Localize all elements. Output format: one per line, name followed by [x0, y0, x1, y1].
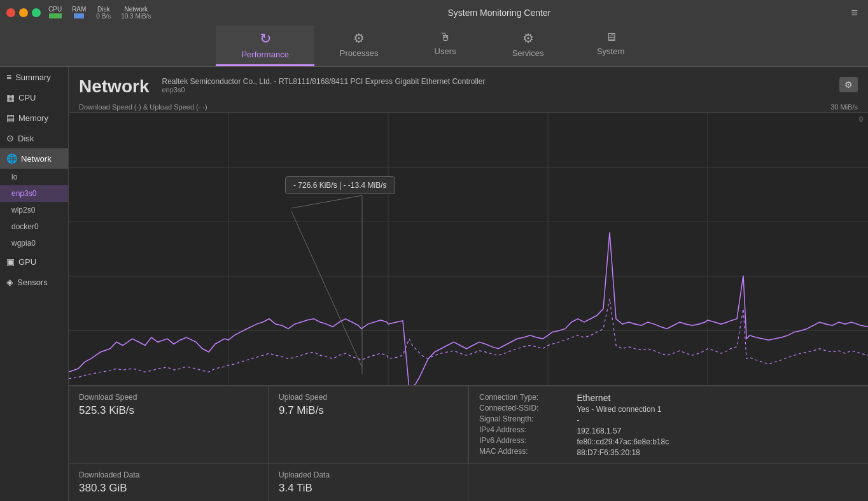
tab-empty-left — [0, 25, 216, 66]
processes-icon: ⚙ — [353, 31, 365, 46]
stats-top-row: Download Speed 525.3 KiB/s Upload Speed … — [69, 386, 868, 463]
main-area: ≡ Summary ▦ CPU ▤ Memory ⊙ Disk 🌐 Networ… — [0, 67, 868, 501]
stats-bottom-row: Downloaded Data 380.3 GiB Uploaded Data … — [69, 463, 868, 501]
network-device-name: Realtek Semiconductor Co., Ltd. - RTL811… — [162, 77, 485, 86]
ipv6-key: IPv6 Address: — [479, 436, 526, 445]
app-title: System Monitoring Center — [151, 8, 847, 18]
downloaded-data-value: 380.3 GiB — [79, 482, 258, 495]
network-device-info: Realtek Semiconductor Co., Ltd. - RTL811… — [162, 77, 485, 94]
sidebar-item-disk[interactable]: ⊙ Disk — [0, 128, 68, 148]
sidebar-sensors-label: Sensors — [17, 278, 48, 287]
sidebar-item-sensors[interactable]: ◈ Sensors — [0, 272, 68, 292]
connection-type-value: Ethernet — [577, 393, 669, 403]
ipv4-key: IPv4 Address: — [479, 425, 526, 434]
signal-strength-value: - — [577, 416, 669, 425]
network-header: Network Realtek Semiconductor Co., Ltd. … — [69, 67, 868, 102]
download-speed-value: 525.3 KiB/s — [79, 404, 258, 417]
tab-performance[interactable]: ↻ Performance — [216, 25, 314, 66]
network-metric: Network 10.3 MiB/s — [121, 6, 151, 20]
titlebar-metrics: CPU RAM Disk 0 B/s Network 10.3 MiB/s — [48, 6, 151, 20]
minimize-button[interactable] — [19, 8, 28, 17]
sidebar-sub-enp3s0-label: enp3s0 — [11, 189, 36, 198]
sidebar-sub-docker0[interactable]: docker0 — [0, 218, 68, 235]
sidebar-sub-wlp2s0[interactable]: wlp2s0 — [0, 202, 68, 218]
memory-icon: ▤ — [6, 113, 15, 123]
downloaded-data-cell: Downloaded Data 380.3 GiB — [69, 464, 269, 501]
sidebar-summary-label: Summary — [15, 73, 51, 82]
ram-metric: RAM — [72, 6, 86, 20]
sidebar-sub-wgpia0-label: wgpia0 — [11, 239, 36, 248]
mac-key: MAC Address: — [479, 447, 528, 456]
upload-speed-label: Upload Speed — [279, 393, 458, 402]
tab-bar: ↻ Performance ⚙ Processes 🖱 Users ⚙ Serv… — [0, 25, 868, 67]
performance-icon: ↻ — [260, 31, 271, 47]
stats-bottom-right — [468, 464, 868, 501]
sidebar: ≡ Summary ▦ CPU ▤ Memory ⊙ Disk 🌐 Networ… — [0, 67, 69, 501]
network-chart: - 726.6 KiB/s | - -13.4 MiB/s 0 — [69, 112, 868, 386]
disk-icon: ⊙ — [6, 133, 14, 143]
disk-metric-value: 0 B/s — [96, 13, 111, 20]
ipv4-value: 192.168.1.57 — [577, 427, 669, 435]
network-interface: enp3s0 — [162, 86, 485, 94]
sidebar-item-gpu[interactable]: ▣ GPU — [0, 251, 68, 272]
tab-users-label: Users — [435, 46, 456, 56]
sidebar-item-summary[interactable]: ≡ Summary — [0, 67, 68, 87]
ram-metric-label: RAM — [72, 6, 86, 13]
sidebar-cpu-label: CPU — [18, 93, 36, 102]
sidebar-network-label: Network — [21, 154, 52, 164]
sidebar-gpu-label: GPU — [18, 257, 36, 267]
tab-processes[interactable]: ⚙ Processes — [314, 25, 404, 66]
menu-button[interactable]: ≡ — [847, 5, 862, 21]
tab-services[interactable]: ⚙ Services — [487, 25, 570, 66]
system-icon: 🖥 — [605, 31, 617, 44]
uploaded-data-cell: Uploaded Data 3.4 TiB — [269, 464, 468, 501]
sidebar-disk-label: Disk — [18, 134, 34, 143]
sidebar-item-cpu[interactable]: ▦ CPU — [0, 87, 68, 108]
services-icon: ⚙ — [522, 31, 534, 46]
signal-strength-key: Signal Strength: — [479, 414, 533, 423]
settings-button[interactable]: ⚙ — [839, 77, 858, 92]
gpu-icon: ▣ — [6, 257, 15, 267]
maximize-button[interactable] — [32, 8, 41, 17]
sensors-icon: ◈ — [6, 277, 13, 287]
chart-header: Download Speed (-) & Upload Speed (- -) … — [69, 102, 868, 112]
tab-services-label: Services — [512, 48, 544, 58]
users-icon: 🖱 — [440, 31, 451, 44]
tab-system-label: System — [597, 46, 624, 56]
sidebar-item-memory[interactable]: ▤ Memory — [0, 108, 68, 128]
sidebar-sub-wlp2s0-label: wlp2s0 — [11, 206, 35, 215]
close-button[interactable] — [6, 8, 15, 17]
tab-performance-label: Performance — [241, 50, 288, 59]
chart-svg — [69, 113, 868, 385]
chart-label: Download Speed (-) & Upload Speed (- -) — [79, 103, 207, 111]
disk-metric-label: Disk — [97, 6, 109, 13]
sidebar-sub-docker0-label: docker0 — [11, 222, 39, 231]
tab-processes-label: Processes — [340, 48, 379, 58]
ram-bar-fill — [74, 13, 84, 18]
window-controls — [6, 8, 41, 17]
tab-system[interactable]: 🖥 System — [570, 25, 652, 66]
network-metric-label: Network — [124, 6, 148, 13]
upload-speed-value: 9.7 MiB/s — [279, 404, 458, 417]
download-speed-cell: Download Speed 525.3 KiB/s — [69, 386, 269, 463]
disk-metric: Disk 0 B/s — [96, 6, 111, 20]
sidebar-memory-label: Memory — [18, 113, 48, 123]
sidebar-sub-enp3s0[interactable]: enp3s0 — [0, 185, 68, 202]
cpu-icon: ▦ — [6, 92, 15, 102]
downloaded-data-label: Downloaded Data — [79, 470, 258, 479]
sidebar-sub-lo[interactable]: lo — [0, 169, 68, 185]
ram-bar — [74, 13, 84, 18]
tab-users[interactable]: 🖱 Users — [404, 25, 487, 66]
cpu-metric: CPU — [48, 6, 62, 20]
uploaded-data-value: 3.4 TiB — [279, 482, 458, 495]
download-speed-label: Download Speed — [79, 393, 258, 402]
sidebar-sub-lo-label: lo — [11, 173, 17, 181]
sidebar-sub-wgpia0[interactable]: wgpia0 — [0, 235, 68, 251]
chart-max-label: 30 MiB/s — [830, 103, 858, 111]
titlebar: CPU RAM Disk 0 B/s Network 10.3 MiB/s Sy… — [0, 0, 868, 25]
network-metric-value: 10.3 MiB/s — [121, 13, 151, 20]
sidebar-item-network[interactable]: 🌐 Network — [0, 148, 68, 169]
uploaded-data-label: Uploaded Data — [279, 470, 458, 479]
cpu-metric-label: CPU — [48, 6, 62, 13]
connected-ssid-value: Yes - Wired connection 1 — [577, 405, 669, 414]
